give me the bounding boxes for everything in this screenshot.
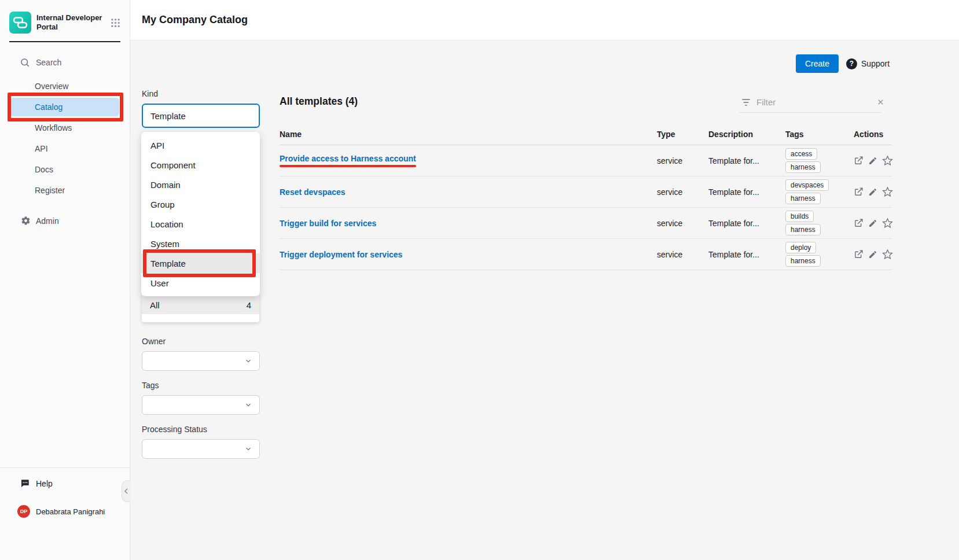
star-icon[interactable]	[882, 155, 893, 166]
sidebar-bottom: Help DP Debabrata Panigrahi	[0, 467, 130, 560]
processing-status-select[interactable]	[142, 439, 260, 459]
top-header: My Company Catalog	[130, 0, 959, 40]
kind-select[interactable]: Template	[142, 104, 260, 128]
page-title: My Company Catalog	[142, 14, 248, 26]
star-icon[interactable]	[882, 186, 893, 197]
clear-filter-icon[interactable]	[876, 98, 885, 106]
sidebar-collapse-handle[interactable]	[122, 480, 130, 502]
row-description-cell: Template for...	[708, 156, 785, 165]
row-actions-cell	[854, 155, 893, 166]
edit-pencil-icon[interactable]	[868, 219, 877, 228]
row-name-cell: Provide access to Harness account	[280, 154, 657, 167]
apps-grid-icon[interactable]	[111, 18, 120, 28]
row-description-cell: Template for...	[708, 187, 785, 197]
table-filter	[739, 94, 881, 113]
kind-option-domain[interactable]: Domain	[141, 175, 260, 194]
table-header-row: Name Type Description Tags Actions	[280, 130, 892, 145]
kind-option-group[interactable]: Group	[141, 194, 260, 214]
kind-option-template-label: Template	[150, 259, 186, 268]
kind-option-api[interactable]: API	[141, 135, 260, 155]
star-icon[interactable]	[882, 218, 893, 229]
tag-chip[interactable]: harness	[785, 224, 821, 235]
edit-pencil-icon[interactable]	[868, 250, 877, 259]
app-root: Internal Developer Portal Search Overvie…	[0, 0, 959, 560]
row-tags-cell: deploy harness	[785, 239, 854, 270]
row-actions-cell	[854, 249, 893, 260]
facet-all-row[interactable]: All 4	[142, 296, 259, 314]
sidebar-item-admin[interactable]: Admin	[21, 216, 130, 226]
tag-chip[interactable]: access	[785, 148, 817, 160]
kind-facet-card: All 4	[142, 293, 259, 322]
sidebar-item-catalog-label: Catalog	[35, 102, 63, 112]
template-link[interactable]: Trigger build for services	[280, 219, 376, 228]
sidebar-search[interactable]: Search	[20, 57, 130, 68]
owner-select[interactable]	[142, 351, 260, 371]
logo-section: Internal Developer Portal	[9, 12, 120, 42]
row-type-cell: service	[657, 219, 708, 228]
kind-option-template[interactable]: Template	[141, 253, 260, 273]
tag-chip[interactable]: harness	[785, 161, 821, 173]
open-in-new-icon[interactable]	[854, 249, 864, 259]
tags-select[interactable]	[142, 395, 260, 415]
avatar: DP	[17, 505, 30, 518]
row-type-cell: service	[657, 250, 708, 259]
chevron-down-icon	[244, 357, 252, 365]
row-name-cell: Reset devspaces	[280, 187, 657, 197]
tag-chip[interactable]: builds	[785, 211, 814, 222]
filter-input[interactable]	[756, 97, 872, 107]
facet-all-label: All	[150, 300, 160, 310]
kind-option-system[interactable]: System	[141, 234, 260, 253]
sidebar-item-catalog[interactable]: Catalog	[10, 98, 119, 116]
sidebar-item-catalog-wrap: Catalog	[0, 97, 130, 117]
table-row: Trigger build for services service Templ…	[280, 208, 892, 239]
edit-pencil-icon[interactable]	[868, 156, 877, 165]
catalog-table-section: All templates (4) Name	[280, 95, 892, 270]
tag-chip[interactable]: deploy	[785, 242, 816, 253]
column-header-tags: Tags	[785, 130, 854, 139]
row-type-cell: service	[657, 187, 708, 197]
star-icon[interactable]	[882, 249, 893, 260]
template-link[interactable]: Reset devspaces	[280, 187, 346, 197]
sidebar-search-label: Search	[36, 58, 61, 67]
kind-option-component[interactable]: Component	[141, 155, 260, 175]
chevron-down-icon	[244, 445, 252, 453]
row-name-cell: Trigger build for services	[280, 219, 657, 228]
open-in-new-icon[interactable]	[854, 187, 864, 197]
template-link[interactable]: Provide access to Harness account	[280, 154, 416, 163]
tags-filter-group: Tags	[142, 381, 260, 415]
owner-label: Owner	[142, 337, 260, 346]
edit-pencil-icon[interactable]	[868, 187, 877, 197]
processing-status-label: Processing Status	[142, 425, 260, 434]
sidebar: Internal Developer Portal Search Overvie…	[0, 0, 130, 560]
column-header-type: Type	[657, 130, 708, 139]
tags-label: Tags	[142, 381, 260, 390]
row-actions-cell	[854, 218, 893, 229]
sidebar-item-help[interactable]: Help	[20, 478, 130, 489]
create-button[interactable]: Create	[796, 54, 839, 73]
sidebar-item-register[interactable]: Register	[0, 180, 130, 201]
template-link[interactable]: Trigger deployment for services	[280, 250, 402, 259]
open-in-new-icon[interactable]	[854, 156, 864, 165]
content-area: Create ? Support Kind Template API Compo…	[130, 40, 959, 560]
sidebar-item-workflows[interactable]: Workflows	[0, 117, 130, 138]
tag-chip[interactable]: devspaces	[785, 179, 829, 191]
tag-chip[interactable]: harness	[785, 193, 821, 204]
open-in-new-icon[interactable]	[854, 218, 864, 228]
processing-status-filter-group: Processing Status	[142, 425, 260, 459]
row-description-cell: Template for...	[708, 219, 785, 228]
row-description-cell: Template for...	[708, 250, 785, 259]
sidebar-item-overview[interactable]: Overview	[0, 76, 130, 97]
filters-panel: Kind Template	[142, 89, 260, 128]
row-type-cell: service	[657, 156, 708, 165]
sidebar-item-api[interactable]: API	[0, 138, 130, 159]
support-button[interactable]: ? Support	[846, 58, 890, 69]
tag-chip[interactable]: harness	[785, 255, 821, 267]
table-row: Trigger deployment for services service …	[280, 239, 892, 270]
owner-filter-group: Owner	[142, 337, 260, 371]
sidebar-item-docs[interactable]: Docs	[0, 159, 130, 180]
kind-option-location[interactable]: Location	[141, 214, 260, 234]
kind-option-user[interactable]: User	[141, 273, 260, 293]
table-row: Provide access to Harness account servic…	[280, 145, 892, 176]
sidebar-user[interactable]: DP Debabrata Panigrahi	[17, 505, 130, 518]
filter-icon	[740, 97, 752, 108]
